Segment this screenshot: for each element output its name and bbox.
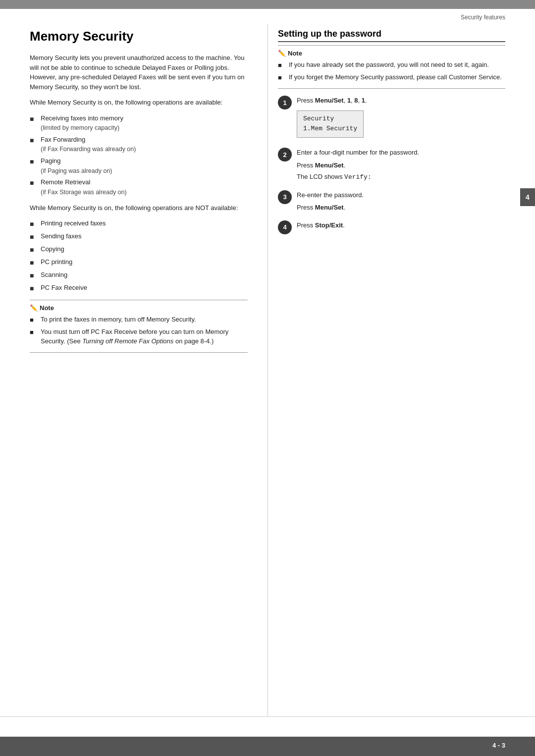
note-box-left: ✏️ Note ■ To print the faxes in memory, … bbox=[30, 300, 248, 353]
step-4-text: Press Stop/Exit. bbox=[297, 220, 505, 230]
step-number-1: 1 bbox=[278, 96, 292, 109]
step-4-content: Press Stop/Exit. bbox=[297, 220, 505, 233]
page-title: Memory Security bbox=[30, 29, 248, 44]
lcd-verify-text: Verify: bbox=[344, 173, 372, 181]
not-available-item-1: Printing received faxes bbox=[41, 218, 106, 228]
not-available-list: ■ Printing received faxes ■ Sending faxe… bbox=[30, 218, 248, 294]
available-item-2-main: Fax Forwarding bbox=[41, 136, 85, 143]
available-item-3-main: Paging bbox=[41, 157, 60, 164]
note-title-right: Note bbox=[288, 50, 302, 57]
step-3: 3 Re-enter the password. Press Menu/Set. bbox=[278, 190, 505, 215]
header-label: Security features bbox=[461, 14, 505, 21]
step-number-4: 4 bbox=[278, 220, 292, 234]
list-item: ■ Copying bbox=[30, 244, 248, 255]
list-item: ■ Paging (if Paging was already on) bbox=[30, 156, 248, 175]
not-available-item-6: PC Fax Receive bbox=[41, 283, 87, 293]
note-title-row: ✏️ Note bbox=[30, 304, 248, 312]
note-item: ■ If you have already set the password, … bbox=[278, 60, 505, 70]
note-bullets-left: ■ To print the faxes in memory, turn off… bbox=[30, 315, 248, 346]
tab-indicator: 4 bbox=[520, 188, 535, 206]
available-list: ■ Receiving faxes into memory (limited b… bbox=[30, 113, 248, 197]
step-number-2: 2 bbox=[278, 148, 292, 162]
list-item: ■ Printing received faxes bbox=[30, 218, 248, 229]
step-3-text: Re-enter the password. bbox=[297, 190, 505, 200]
step-1-content: Press Menu/Set, 1, 8, 1. Security 1.Mem … bbox=[297, 96, 505, 142]
list-item: ■ Remote Retrieval (if Fax Storage was a… bbox=[30, 177, 248, 197]
step-2-subtext-1: Press Menu/Set. bbox=[297, 161, 505, 170]
lcd-line-2: 1.Mem Security bbox=[303, 125, 357, 132]
step-2-content: Enter a four-digit number for the passwo… bbox=[297, 148, 505, 184]
content-area: Memory Security Memory Security lets you… bbox=[0, 24, 535, 716]
not-available-item-5: Scanning bbox=[41, 270, 67, 280]
step-1: 1 Press Menu/Set, 1, 8, 1. Security 1.Me… bbox=[278, 96, 505, 142]
footer: 4 - 3 bbox=[0, 737, 535, 756]
right-column: Setting up the password ✏️ Note ■ If you… bbox=[268, 24, 505, 716]
note-pencil-icon-right: ✏️ bbox=[278, 50, 286, 57]
italic-text: Turning off Remote Fax Options bbox=[82, 337, 173, 345]
note-item: ■ If you forget the Memory Security pass… bbox=[278, 72, 505, 83]
not-available-item-3: Copying bbox=[41, 244, 64, 254]
bullet-icon: ■ bbox=[278, 60, 286, 70]
available-item-1-sub: (limited by memory capacity) bbox=[41, 124, 119, 131]
section-heading: Setting up the password bbox=[278, 29, 505, 42]
step-2-subtext-2: The LCD shows Verify: bbox=[297, 172, 505, 182]
bullet-icon: ■ bbox=[30, 315, 38, 325]
available-item-3-sub: (if Paging was already on) bbox=[41, 167, 112, 174]
top-bar bbox=[0, 0, 535, 9]
list-item: ■ Fax Forwarding (if Fax Forwarding was … bbox=[30, 135, 248, 154]
note-item: ■ To print the faxes in memory, turn off… bbox=[30, 315, 248, 325]
list-item: ■ Sending faxes bbox=[30, 231, 248, 242]
list-item: ■ PC printing bbox=[30, 257, 248, 268]
bottom-area bbox=[0, 716, 535, 733]
step-2-text: Enter a four-digit number for the passwo… bbox=[297, 148, 505, 158]
bullet-icon: ■ bbox=[30, 135, 38, 146]
bullet-icon: ■ bbox=[30, 327, 38, 337]
not-available-item-4: PC printing bbox=[41, 257, 72, 267]
available-item-4-main: Remote Retrieval bbox=[41, 178, 90, 186]
step-3-content: Re-enter the password. Press Menu/Set. bbox=[297, 190, 505, 215]
lcd-line-1: Security bbox=[303, 115, 334, 122]
bullet-icon: ■ bbox=[30, 114, 38, 124]
available-item-1-main: Receiving faxes into memory bbox=[41, 114, 123, 122]
bullet-icon: ■ bbox=[30, 283, 38, 294]
available-intro: While Memory Security is on, the followi… bbox=[30, 98, 248, 108]
note-title-left: Note bbox=[40, 304, 54, 312]
note-title-row-right: ✏️ Note bbox=[278, 50, 505, 57]
list-item: ■ Scanning bbox=[30, 270, 248, 281]
header: Security features bbox=[0, 9, 535, 24]
bullet-icon: ■ bbox=[30, 245, 38, 255]
step-4: 4 Press Stop/Exit. bbox=[278, 220, 505, 234]
bullet-icon: ■ bbox=[30, 270, 38, 281]
footer-page-number: 4 - 3 bbox=[492, 742, 505, 749]
note-bullets-right: ■ If you have already set the password, … bbox=[278, 60, 505, 82]
available-item-4-sub: (if Fax Storage was already on) bbox=[41, 189, 127, 196]
lcd-display: Security 1.Mem Security bbox=[297, 110, 364, 138]
intro-text: Memory Security lets you prevent unautho… bbox=[30, 53, 248, 92]
bullet-icon: ■ bbox=[30, 178, 38, 188]
step-3-subtext: Press Menu/Set. bbox=[297, 203, 505, 213]
bullet-icon: ■ bbox=[30, 219, 38, 229]
available-item-2-sub: (if Fax Forwarding was already on) bbox=[41, 146, 136, 153]
bullet-icon: ■ bbox=[30, 258, 38, 268]
note-box-right: ✏️ Note ■ If you have already set the pa… bbox=[278, 45, 505, 89]
not-available-item-2: Sending faxes bbox=[41, 231, 81, 241]
step-2: 2 Enter a four-digit number for the pass… bbox=[278, 148, 505, 184]
note-item: ■ You must turn off PC Fax Receive befor… bbox=[30, 327, 248, 346]
not-available-intro: While Memory Security is on, the followi… bbox=[30, 203, 248, 213]
list-item: ■ PC Fax Receive bbox=[30, 283, 248, 294]
bullet-icon: ■ bbox=[30, 157, 38, 167]
bullet-icon: ■ bbox=[278, 73, 286, 83]
left-column: Memory Security Memory Security lets you… bbox=[30, 24, 268, 716]
step-1-text: Press Menu/Set, 1, 8, 1. bbox=[297, 96, 505, 106]
tab-number: 4 bbox=[520, 188, 535, 206]
note-pencil-icon: ✏️ bbox=[30, 304, 38, 312]
list-item: ■ Receiving faxes into memory (limited b… bbox=[30, 113, 248, 133]
bullet-icon: ■ bbox=[30, 232, 38, 242]
step-number-3: 3 bbox=[278, 190, 292, 204]
